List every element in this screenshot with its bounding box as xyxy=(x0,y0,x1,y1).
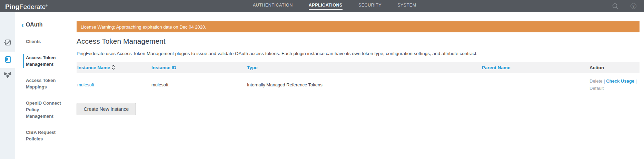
action-separator: | xyxy=(636,78,637,84)
topbar-divider xyxy=(625,2,625,10)
app-body: ‹ OAuth Clients Access Token Management … xyxy=(0,12,644,159)
column-header-parent-name[interactable]: Parent Name xyxy=(482,65,589,70)
table-header-row: Instance Name Instance ID Type Parent Na… xyxy=(77,62,640,73)
delete-action: Delete xyxy=(589,78,603,84)
cell-type: Internally Managed Reference Tokens xyxy=(247,82,482,87)
action-separator: | xyxy=(604,78,605,84)
instances-table: Instance Name Instance ID Type Parent Na… xyxy=(77,62,640,96)
registered-mark: ® xyxy=(46,4,48,7)
nav-item-authentication[interactable]: AUTHENTICATION xyxy=(253,3,293,10)
sidebar: ‹ OAuth Clients Access Token Management … xyxy=(15,12,68,159)
sidebar-back-oauth[interactable]: ‹ OAuth xyxy=(15,22,68,28)
page-description: PingFederate uses Access Token Managemen… xyxy=(77,51,640,57)
default-action: Default xyxy=(589,86,604,91)
main-content: License Warning: Approaching expiration … xyxy=(68,12,644,159)
column-header-instance-id[interactable]: Instance ID xyxy=(151,65,247,70)
sidebar-item-access-token-mappings[interactable]: Access Token Mappings xyxy=(15,77,68,90)
check-usage-link[interactable]: Check Usage xyxy=(606,78,634,84)
logo-text-bold: Ping xyxy=(5,3,19,10)
sidebar-icon-rail xyxy=(0,12,15,159)
sidebar-item-access-token-management[interactable]: Access Token Management xyxy=(15,54,68,67)
create-new-instance-button[interactable]: Create New Instance xyxy=(77,103,136,115)
cell-instance-name: mulesoft xyxy=(77,82,151,87)
top-navigation-bar: PingFederate® AUTHENTICATION APPLICATION… xyxy=(0,0,644,12)
column-header-type[interactable]: Type xyxy=(247,65,482,70)
topbar-utilities: ? xyxy=(612,0,644,12)
page-title: Access Token Management xyxy=(77,37,640,46)
license-warning-banner: License Warning: Approaching expiration … xyxy=(77,21,640,32)
instance-name-link[interactable]: mulesoft xyxy=(77,82,94,87)
pingfederate-logo: PingFederate® xyxy=(5,2,48,11)
sidebar-item-label: Access Token Management xyxy=(26,55,56,67)
cell-instance-id: mulesoft xyxy=(151,82,247,87)
main-nav: AUTHENTICATION APPLICATIONS SECURITY SYS… xyxy=(253,0,416,12)
nav-item-applications[interactable]: APPLICATIONS xyxy=(309,3,343,10)
logo-text-light: Federate xyxy=(19,3,46,10)
column-header-action: Action xyxy=(589,65,640,70)
back-chevron-icon: ‹ xyxy=(21,22,24,28)
pingfederate-admin-page: PingFederate® AUTHENTICATION APPLICATION… xyxy=(0,0,644,159)
access-token-icon[interactable] xyxy=(0,55,15,64)
sort-icon[interactable] xyxy=(111,64,115,71)
sidebar-item-clients[interactable]: Clients xyxy=(15,38,68,45)
sidebar-item-ciba-request-policies[interactable]: CIBA Request Policies xyxy=(15,129,68,142)
column-header-instance-name[interactable]: Instance Name xyxy=(77,64,151,71)
help-icon[interactable]: ? xyxy=(631,3,636,9)
nav-item-system[interactable]: SYSTEM xyxy=(397,3,416,10)
nav-item-security[interactable]: SECURITY xyxy=(358,3,382,10)
table-row: mulesoft mulesoft Internally Managed Ref… xyxy=(77,73,640,96)
column-header-label: Instance Name xyxy=(77,65,110,70)
help-glyph: ? xyxy=(631,3,636,9)
search-icon[interactable] xyxy=(612,2,619,10)
clients-icon[interactable] xyxy=(0,38,15,46)
policy-mask-icon[interactable] xyxy=(0,72,15,79)
active-indicator xyxy=(23,54,24,68)
sidebar-section-title: OAuth xyxy=(26,22,43,28)
cell-actions: Delete | Check Usage | Default xyxy=(589,77,640,92)
topbar-divider xyxy=(642,2,642,10)
sidebar-item-openid-connect-policy-management[interactable]: OpenID Connect Policy Management xyxy=(15,100,68,119)
